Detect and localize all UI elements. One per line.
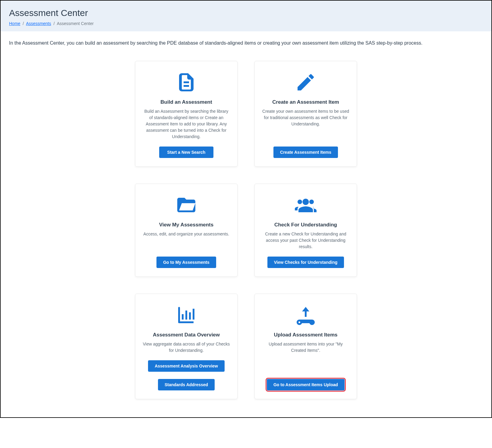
card-description: Build an Assessment by searching the lib… bbox=[143, 108, 230, 140]
card-title: View My Assessments bbox=[159, 222, 213, 228]
card-build-assessment: Build an Assessment Build an Assessment … bbox=[135, 61, 238, 167]
card-create-item: Create an Assessment Item Create your ow… bbox=[254, 61, 357, 167]
card-check-understanding: Check For Understanding Create a new Che… bbox=[254, 184, 357, 277]
breadcrumb-separator: / bbox=[53, 21, 55, 26]
header-area: Assessment Center Home / Assessments / A… bbox=[1, 1, 491, 31]
card-data-overview: Assessment Data Overview View aggregate … bbox=[135, 294, 238, 399]
card-description: Create your own assessment items to be u… bbox=[262, 108, 349, 140]
cards-grid: Build an Assessment Build an Assessment … bbox=[1, 52, 491, 417]
button-stack: Assessment Analysis Overview Standards A… bbox=[148, 360, 225, 390]
upload-icon bbox=[294, 303, 318, 327]
create-assessment-items-button[interactable]: Create Assessment Items bbox=[273, 147, 338, 158]
card-title: Assessment Data Overview bbox=[153, 332, 220, 338]
page-title: Assessment Center bbox=[9, 8, 483, 18]
go-to-assessment-items-upload-button[interactable]: Go to Assessment Items Upload bbox=[267, 379, 345, 390]
card-title: Upload Assessment Items bbox=[274, 332, 338, 338]
view-checks-understanding-button[interactable]: View Checks for Understanding bbox=[267, 257, 344, 268]
pencil-icon bbox=[294, 70, 318, 94]
breadcrumb-current: Assessment Center bbox=[57, 21, 93, 26]
card-title: Create an Assessment Item bbox=[272, 99, 339, 105]
go-to-my-assessments-button[interactable]: Go to My Assessments bbox=[156, 257, 216, 268]
breadcrumb-home-link[interactable]: Home bbox=[9, 21, 20, 26]
card-title: Build an Assessment bbox=[160, 99, 212, 105]
card-upload-items: Upload Assessment Items Upload assessmen… bbox=[254, 294, 357, 399]
card-description: Create a new Check for Understanding and… bbox=[262, 231, 349, 250]
standards-addressed-button[interactable]: Standards Addressed bbox=[158, 379, 215, 390]
breadcrumb-assessments-link[interactable]: Assessments bbox=[26, 21, 51, 26]
card-description: View aggregate data across all of your C… bbox=[143, 341, 230, 354]
document-icon bbox=[174, 70, 198, 94]
intro-text: In the Assessment Center, you can build … bbox=[1, 31, 491, 52]
users-group-icon bbox=[294, 193, 318, 217]
card-title: Check For Understanding bbox=[274, 222, 337, 228]
card-view-assessments: View My Assessments Access, edit, and or… bbox=[135, 184, 238, 277]
assessment-analysis-overview-button[interactable]: Assessment Analysis Overview bbox=[148, 360, 225, 372]
folder-open-icon bbox=[174, 193, 198, 217]
bar-chart-icon bbox=[174, 303, 198, 327]
start-new-search-button[interactable]: Start a New Search bbox=[159, 147, 213, 158]
card-description: Access, edit, and organize your assessme… bbox=[144, 231, 229, 250]
breadcrumb-separator: / bbox=[23, 21, 24, 26]
card-description: Upload assessment items into your "My Cr… bbox=[262, 341, 349, 372]
breadcrumb: Home / Assessments / Assessment Center bbox=[9, 21, 483, 26]
